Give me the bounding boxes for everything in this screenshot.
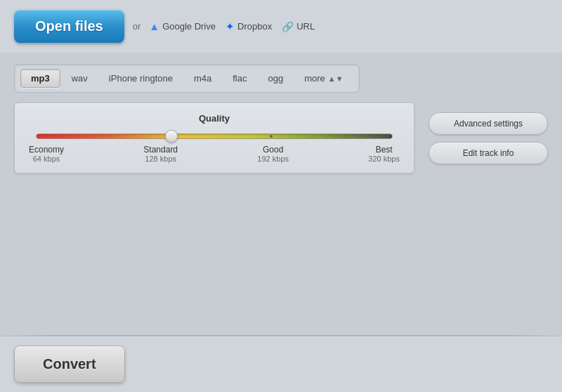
or-text: or: [133, 21, 141, 32]
format-tabs: mp3 wav iPhone ringtone m4a flac ogg mor…: [14, 64, 360, 93]
dropbox-link[interactable]: ✦ Dropbox: [226, 20, 272, 33]
google-drive-link[interactable]: ▲ Google Drive: [149, 20, 216, 32]
quality-section: Quality Economy 64 kbps Standard 128 kbp…: [14, 103, 548, 174]
quality-labels: Economy 64 kbps Standard 128 kbps Good 1…: [29, 145, 400, 163]
quality-label-good: Good 192 kbps: [257, 145, 289, 163]
quality-panel: Quality Economy 64 kbps Standard 128 kbp…: [14, 103, 414, 174]
more-arrow-icon: ▲▼: [328, 74, 344, 83]
advanced-settings-button[interactable]: Advanced settings: [429, 112, 548, 135]
slider-container: [36, 133, 393, 139]
quality-label-economy: Economy 64 kbps: [29, 145, 64, 163]
quality-label-standard: Standard 128 kbps: [143, 145, 178, 163]
google-drive-icon: ▲: [149, 20, 159, 32]
more-label: more: [304, 73, 325, 84]
tab-flac[interactable]: flac: [223, 70, 256, 87]
open-files-button[interactable]: Open files: [14, 10, 124, 43]
url-link[interactable]: 🔗 URL: [282, 21, 315, 32]
tick-best: [389, 135, 392, 138]
url-icon: 🔗: [282, 21, 294, 32]
quality-label-best: Best 320 kbps: [368, 145, 400, 163]
google-drive-label: Google Drive: [162, 21, 216, 32]
side-buttons: Advanced settings Edit track info: [429, 103, 548, 174]
convert-button[interactable]: Convert: [14, 346, 125, 383]
toolbar: Open files or ▲ Google Drive ✦ Dropbox 🔗…: [0, 0, 562, 53]
dropbox-icon: ✦: [226, 20, 235, 33]
tick-good: [270, 135, 273, 138]
cloud-links: ▲ Google Drive ✦ Dropbox 🔗 URL: [149, 20, 315, 33]
tab-m4a[interactable]: m4a: [184, 70, 221, 87]
tab-mp3[interactable]: mp3: [20, 69, 60, 88]
main-content: mp3 wav iPhone ringtone m4a flac ogg mor…: [0, 53, 562, 185]
slider-track: [36, 133, 393, 139]
tab-ogg[interactable]: ogg: [258, 70, 293, 87]
dropbox-label: Dropbox: [237, 21, 272, 32]
url-label: URL: [296, 21, 315, 32]
quality-title: Quality: [29, 113, 400, 124]
edit-track-info-button[interactable]: Edit track info: [429, 142, 548, 164]
tab-wav[interactable]: wav: [62, 70, 98, 87]
tab-more[interactable]: more ▲▼: [294, 70, 353, 87]
tab-iphone-ringtone[interactable]: iPhone ringtone: [99, 70, 183, 87]
bottom-bar: Convert: [0, 336, 562, 392]
quality-slider-thumb[interactable]: [165, 130, 178, 143]
